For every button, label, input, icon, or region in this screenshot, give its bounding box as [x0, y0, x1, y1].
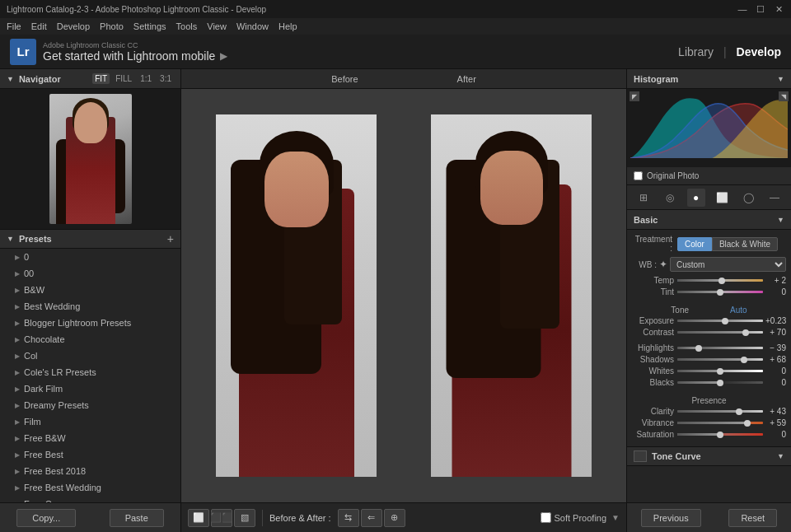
list-item[interactable]: ▶B&W — [0, 282, 180, 298]
menu-edit[interactable]: Edit — [31, 21, 47, 31]
list-item[interactable]: ▶Free Best Wedding — [0, 479, 180, 496]
vibrance-slider-track[interactable] — [677, 422, 763, 424]
soft-proofing-dropdown-arrow[interactable]: ▼ — [611, 513, 620, 522]
view-toolbar: ⬜ ⬛⬛ ▧ Before & After : ⇆ ⇐ ⊕ Soft Proof… — [181, 502, 626, 532]
menu-view[interactable]: View — [207, 21, 227, 31]
single-view-button[interactable]: ⬜ — [188, 509, 209, 527]
whites-slider-thumb[interactable] — [717, 368, 723, 375]
crop-tool-icon[interactable]: ⊞ — [634, 189, 653, 207]
redeye-icon[interactable]: ● — [687, 189, 705, 207]
nav-fill-btn[interactable]: FILL — [113, 73, 134, 84]
swap-before-after-button[interactable]: ⇆ — [338, 509, 359, 527]
close-button[interactable]: ✕ — [773, 3, 784, 15]
add-preset-button[interactable]: + — [167, 232, 174, 245]
shadows-slider-thumb[interactable] — [741, 357, 747, 363]
menu-window[interactable]: Window — [236, 21, 269, 31]
original-photo-label[interactable]: Original Photo — [647, 171, 699, 180]
list-item[interactable]: ▶Film — [0, 413, 180, 430]
radial-filter-icon[interactable]: ◯ — [739, 189, 757, 207]
soft-proofing-toggle[interactable]: Soft Proofing — [541, 512, 607, 523]
list-item[interactable]: ▶00 — [0, 265, 180, 282]
nav-zoom-controls[interactable]: FIT FILL 1:1 3:1 — [92, 73, 174, 84]
temp-slider-thumb[interactable] — [718, 278, 725, 284]
adjustment-brush-icon[interactable]: — — [765, 189, 784, 207]
header-info: Adobe Lightroom Classic CC Get started w… — [43, 41, 227, 63]
tint-slider-track[interactable] — [677, 291, 763, 293]
tone-curve-collapse-arrow[interactable]: ▼ — [777, 452, 784, 460]
temp-slider-track[interactable] — [677, 279, 763, 282]
maximize-button[interactable]: ☐ — [755, 3, 766, 15]
side-by-side-button[interactable]: ⬛⬛ — [211, 509, 232, 527]
blacks-slider-thumb[interactable] — [717, 380, 723, 386]
window-controls[interactable]: — ☐ ✕ — [737, 3, 784, 15]
list-item[interactable]: ▶Free Car — [0, 496, 180, 502]
presets-collapse-arrow[interactable]: ▼ — [7, 235, 14, 243]
menu-develop[interactable]: Develop — [57, 21, 90, 31]
clarity-slider-track[interactable] — [677, 410, 763, 413]
clarity-slider-thumb[interactable] — [736, 408, 742, 415]
soft-proofing-checkbox[interactable] — [541, 512, 551, 523]
tint-slider-thumb[interactable] — [717, 289, 723, 296]
copy-settings-button[interactable]: ⇐ — [361, 509, 382, 527]
shadows-slider-track[interactable] — [677, 358, 763, 361]
whites-slider-track[interactable] — [677, 370, 763, 372]
list-item[interactable]: ▶0 — [0, 249, 180, 265]
fit-view-button[interactable]: ⊕ — [384, 509, 405, 527]
menu-tools[interactable]: Tools — [176, 21, 198, 31]
bw-treatment-button[interactable]: Black & White — [712, 237, 778, 251]
original-photo-checkbox[interactable] — [634, 171, 643, 180]
menu-file[interactable]: File — [7, 21, 21, 31]
exposure-slider-thumb[interactable] — [722, 318, 728, 324]
nav-develop[interactable]: Develop — [737, 45, 781, 58]
eyedropper-icon[interactable]: ✦ — [659, 259, 667, 270]
previous-button[interactable]: Previous — [641, 509, 701, 527]
minimize-button[interactable]: — — [737, 3, 748, 15]
color-treatment-button[interactable]: Color — [677, 237, 712, 251]
header-nav: Library | Develop — [678, 45, 781, 58]
highlights-slider-track[interactable] — [677, 347, 763, 349]
saturation-slider-thumb[interactable] — [717, 432, 723, 438]
list-item[interactable]: ▶Dark Film — [0, 380, 180, 397]
navigator-collapse-arrow[interactable]: ▼ — [7, 75, 14, 83]
list-item[interactable]: ▶Best Wedding — [0, 298, 180, 315]
menu-settings[interactable]: Settings — [133, 21, 166, 31]
contrast-slider-track[interactable] — [677, 331, 763, 334]
reset-button[interactable]: Reset — [728, 509, 777, 527]
list-item[interactable]: ▶Free B&W — [0, 430, 180, 446]
nav-3to1-btn[interactable]: 3:1 — [157, 73, 174, 84]
paste-button[interactable]: Paste — [110, 509, 164, 527]
list-item[interactable]: ▶Free Best 2018 — [0, 463, 180, 479]
nav-library[interactable]: Library — [678, 45, 714, 58]
list-item[interactable]: ▶Col — [0, 348, 180, 364]
highlights-slider-thumb[interactable] — [695, 345, 702, 352]
right-panel: Histogram ▼ ◤ ◥ — [626, 69, 791, 532]
histogram-collapse-arrow[interactable]: ▼ — [777, 75, 784, 83]
copy-button[interactable]: Copy... — [16, 509, 76, 527]
before-label: Before — [331, 74, 358, 84]
split-view-button[interactable]: ▧ — [234, 509, 255, 527]
blacks-slider-track[interactable] — [677, 381, 763, 384]
nav-fit-btn[interactable]: FIT — [92, 73, 110, 84]
exposure-slider-track[interactable] — [677, 320, 763, 322]
basic-collapse-arrow[interactable]: ▼ — [777, 216, 784, 224]
saturation-slider-track[interactable] — [677, 433, 763, 436]
list-item[interactable]: ▶Cole's LR Presets — [0, 364, 180, 380]
menu-photo[interactable]: Photo — [100, 21, 124, 31]
list-item[interactable]: ▶Free Best — [0, 446, 180, 463]
wb-select[interactable]: Custom — [670, 257, 786, 272]
menu-help[interactable]: Help — [278, 21, 297, 31]
before-photo-panel — [190, 97, 403, 494]
graduated-filter-icon[interactable]: ⬜ — [713, 189, 731, 207]
list-item[interactable]: ▶Chocolate — [0, 331, 180, 348]
spot-removal-icon[interactable]: ◎ — [661, 189, 679, 207]
histogram-shadow-clip[interactable]: ◤ — [630, 91, 639, 101]
histogram-highlight-clip[interactable]: ◥ — [779, 91, 789, 101]
auto-button[interactable]: Auto — [730, 306, 747, 315]
tone-curve-expand-icon[interactable] — [634, 450, 647, 462]
play-button[interactable]: ▶ — [220, 50, 227, 62]
list-item[interactable]: ▶Dreamy Presets — [0, 397, 180, 413]
nav-1to1-btn[interactable]: 1:1 — [138, 73, 154, 84]
list-item[interactable]: ▶Blogger Lightroom Presets — [0, 315, 180, 331]
contrast-slider-thumb[interactable] — [742, 329, 749, 336]
vibrance-slider-thumb[interactable] — [744, 420, 751, 427]
